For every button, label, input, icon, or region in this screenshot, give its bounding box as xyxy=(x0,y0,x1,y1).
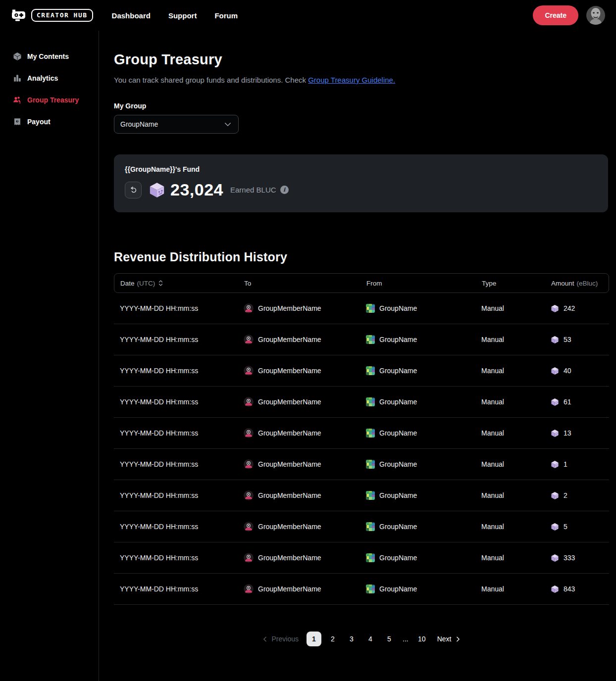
cell-from: GroupName xyxy=(366,584,481,593)
member-name: GroupMemberName xyxy=(258,523,321,531)
member-name: GroupMemberName xyxy=(258,429,321,437)
cell-to: GroupMemberName xyxy=(244,335,366,344)
sidebar-item-payout[interactable]: $ Payout xyxy=(0,111,99,133)
group-name: GroupName xyxy=(379,491,417,499)
header-amount-suffix: (eBluc) xyxy=(577,280,598,287)
sidebar-item-my-contents[interactable]: My Contents xyxy=(0,46,99,67)
group-name: GroupName xyxy=(379,585,417,593)
refresh-button[interactable] xyxy=(125,182,142,198)
bluc-coin-icon xyxy=(551,304,559,313)
table-row: YYYY-MM-DD HH:mm:ss GroupMemberName Grou… xyxy=(114,418,609,449)
main-content: Group Treasury You can track shared grou… xyxy=(99,31,616,681)
page-button-3[interactable]: 3 xyxy=(344,632,359,646)
logo-wordmark: CREATOR HUB xyxy=(31,9,93,22)
avatar-image xyxy=(586,6,605,25)
group-select[interactable]: GroupName xyxy=(114,115,239,134)
amount-value: 242 xyxy=(564,304,575,312)
cell-from: GroupName xyxy=(366,491,481,500)
group-name: GroupName xyxy=(379,429,417,437)
member-name: GroupMemberName xyxy=(258,585,321,593)
header-type: Type xyxy=(482,280,551,287)
page-button-10[interactable]: 10 xyxy=(414,632,429,646)
table-row: YYYY-MM-DD HH:mm:ss GroupMemberName Grou… xyxy=(114,542,609,574)
bluc-coin-icon xyxy=(149,182,165,198)
cell-from: GroupName xyxy=(366,335,481,344)
table-row: YYYY-MM-DD HH:mm:ss GroupMemberName Grou… xyxy=(114,293,609,324)
group-avatar-icon xyxy=(366,522,375,531)
bluc-coin-icon xyxy=(551,523,559,531)
group-avatar-icon xyxy=(366,491,375,500)
table-row: YYYY-MM-DD HH:mm:ss GroupMemberName Grou… xyxy=(114,387,609,418)
create-button[interactable]: Create xyxy=(533,5,578,25)
group-treasury-icon: $ xyxy=(13,96,22,104)
nav-dashboard[interactable]: Dashboard xyxy=(112,11,151,20)
cell-amount: 53 xyxy=(551,336,609,344)
pagination-ellipsis: ... xyxy=(401,635,411,643)
sidebar-item-group-treasury[interactable]: $ Group Treasury xyxy=(0,89,99,111)
sidebar-item-analytics[interactable]: Analytics xyxy=(0,67,99,89)
cell-from: GroupName xyxy=(366,429,481,438)
main-nav: Dashboard Support Forum xyxy=(112,11,238,20)
member-name: GroupMemberName xyxy=(258,398,321,406)
bar-chart-icon xyxy=(13,74,22,83)
payout-icon: $ xyxy=(13,117,22,126)
page-button-4[interactable]: 4 xyxy=(363,632,378,646)
cell-to: GroupMemberName xyxy=(244,522,366,532)
pagination-previous[interactable]: Previous xyxy=(262,635,299,643)
cell-amount: 242 xyxy=(551,304,609,313)
chevron-left-icon xyxy=(262,636,268,642)
cell-from: GroupName xyxy=(366,522,481,531)
cell-amount: 1 xyxy=(551,460,609,469)
group-avatar-icon xyxy=(366,584,375,593)
cell-to: GroupMemberName xyxy=(244,459,366,469)
group-name: GroupName xyxy=(379,554,417,562)
member-name: GroupMemberName xyxy=(258,304,321,312)
fund-card-title: {{GroupName}}'s Fund xyxy=(125,165,597,173)
page-button-2[interactable]: 2 xyxy=(325,632,340,646)
member-name: GroupMemberName xyxy=(258,491,321,499)
pagination-next[interactable]: Next xyxy=(437,635,462,643)
svg-text:$: $ xyxy=(19,101,20,104)
bluc-coin-icon xyxy=(551,336,559,344)
table-row: YYYY-MM-DD HH:mm:ss GroupMemberName Grou… xyxy=(114,355,609,387)
revenue-history-table: Date (UTC) To From Type Amount (eBluc) Y… xyxy=(114,273,609,605)
cell-type: Manual xyxy=(481,398,551,406)
fund-row: 23,024 Earned BLUC i xyxy=(125,180,597,199)
member-name: GroupMemberName xyxy=(258,367,321,375)
sort-icon xyxy=(157,280,164,287)
creator-hub-logo[interactable]: CREATOR HUB xyxy=(11,8,93,23)
history-title: Revenue Distribution History xyxy=(114,250,609,264)
info-icon[interactable]: i xyxy=(280,186,289,194)
sidebar: My Contents Analytics $ xyxy=(0,31,99,681)
cell-amount: 5 xyxy=(551,523,609,531)
cell-amount: 843 xyxy=(551,585,609,593)
page-button-5[interactable]: 5 xyxy=(382,632,397,646)
fund-amount: 23,024 xyxy=(170,180,223,199)
cell-to: GroupMemberName xyxy=(244,397,366,407)
table-header: Date (UTC) To From Type Amount (eBluc) xyxy=(114,273,609,293)
user-avatar[interactable] xyxy=(586,6,605,25)
nav-support[interactable]: Support xyxy=(168,11,197,20)
member-avatar-icon xyxy=(244,303,254,313)
guideline-link[interactable]: Group Treasury Guideline. xyxy=(308,76,395,84)
member-avatar-icon xyxy=(244,553,254,563)
cell-type: Manual xyxy=(481,304,551,312)
cell-type: Manual xyxy=(481,585,551,593)
page-title: Group Treasury xyxy=(114,51,609,68)
chevron-down-icon xyxy=(223,120,232,129)
header-date-suffix: (UTC) xyxy=(137,280,155,287)
cell-date: YYYY-MM-DD HH:mm:ss xyxy=(120,367,244,375)
group-avatar-icon xyxy=(366,553,375,562)
table-row: YYYY-MM-DD HH:mm:ss GroupMemberName Grou… xyxy=(114,511,609,542)
cell-date: YYYY-MM-DD HH:mm:ss xyxy=(120,491,244,499)
previous-label: Previous xyxy=(272,635,299,643)
table-row: YYYY-MM-DD HH:mm:ss GroupMemberName Grou… xyxy=(114,574,609,605)
header-date[interactable]: Date (UTC) xyxy=(120,280,244,287)
group-avatar-icon xyxy=(366,366,375,375)
member-avatar-icon xyxy=(244,584,254,594)
page-button-1[interactable]: 1 xyxy=(307,632,321,646)
nav-forum[interactable]: Forum xyxy=(214,11,238,20)
description-text: You can track shared group funds and dis… xyxy=(114,76,308,84)
group-avatar-icon xyxy=(366,460,375,469)
bluc-coin-icon xyxy=(551,491,559,500)
